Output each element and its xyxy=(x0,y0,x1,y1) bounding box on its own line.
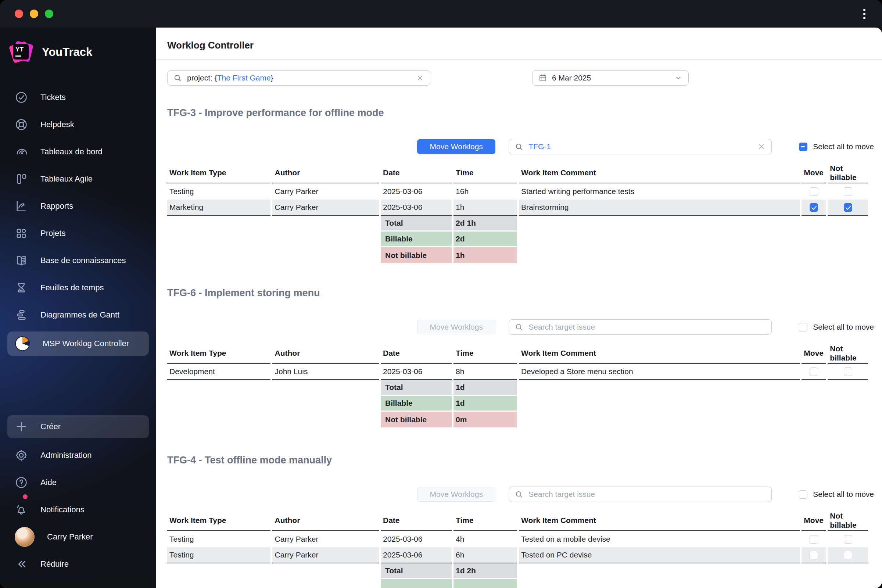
cell-author: Carry Parker xyxy=(272,183,379,200)
user-menu[interactable]: Carry Parker xyxy=(0,524,156,550)
cell-date: 2025-03-06 xyxy=(381,183,452,200)
target-issue-search-input[interactable]: Search target issue xyxy=(508,487,772,502)
not-billable-checkbox[interactable] xyxy=(844,188,852,196)
cell-type: Testing xyxy=(167,531,270,547)
sidebar-item-reports[interactable]: Rapports xyxy=(0,193,156,220)
window-titlebar xyxy=(0,0,882,28)
move-checkbox[interactable] xyxy=(810,551,818,560)
sidebar-item-msp-worklog-controller[interactable]: MSP Worklog Controller xyxy=(8,332,149,356)
section-controls: Move Worklogs TFG-1 Select all to move xyxy=(167,139,874,154)
not-billable-checkbox[interactable] xyxy=(844,535,852,543)
table-header-row: Work Item Type Author Date Time Work Ite… xyxy=(167,343,868,364)
zoom-window-button[interactable] xyxy=(45,9,53,18)
select-all-to-move[interactable]: Select all to move xyxy=(799,322,874,332)
total-value: 1d 2h xyxy=(453,563,517,579)
search-icon xyxy=(515,490,524,499)
worklog-table: Work Item Type Author Date Time Work Ite… xyxy=(165,510,870,588)
cell-type: Development xyxy=(167,364,270,380)
select-all-label: Select all to move xyxy=(813,322,874,332)
worklog-row: Testing Carry Parker 2025-03-06 16h Star… xyxy=(167,183,868,200)
col-date: Date xyxy=(381,163,452,183)
header-divider xyxy=(156,59,882,60)
sidebar-item-helpdesk[interactable]: Helpdesk xyxy=(0,111,156,138)
clear-search-icon[interactable] xyxy=(758,142,765,151)
clear-search-icon[interactable] xyxy=(416,74,424,82)
col-time: Time xyxy=(453,163,517,183)
not-billable-label: Not billable xyxy=(381,248,452,263)
cell-type: Marketing xyxy=(167,200,270,216)
close-window-button[interactable] xyxy=(15,9,23,18)
minimize-window-button[interactable] xyxy=(30,9,38,18)
sidebar-item-tickets[interactable]: Tickets xyxy=(0,84,156,111)
user-name: Carry Parker xyxy=(47,532,93,542)
sidebar-item-administration[interactable]: Administration xyxy=(0,442,156,469)
select-all-to-move[interactable]: Select all to move xyxy=(799,490,874,499)
sidebar-item-agile-boards[interactable]: Tableaux Agile xyxy=(0,165,156,193)
cell-date: 2025-03-06 xyxy=(381,200,452,216)
help-icon xyxy=(15,476,28,489)
billable-value: 2d xyxy=(453,231,517,248)
summary-not-billable-row: Not billable 0m xyxy=(167,412,868,428)
move-worklogs-button[interactable]: Move Worklogs xyxy=(417,320,495,334)
table-header-row: Work Item Type Author Date Time Work Ite… xyxy=(167,163,868,183)
sidebar-item-label: Tableaux de bord xyxy=(40,147,102,156)
move-checkbox[interactable] xyxy=(810,535,818,543)
select-all-checkbox[interactable] xyxy=(799,142,807,151)
project-search-input[interactable]: project: {The First Game} xyxy=(167,70,430,86)
create-button[interactable]: Créer xyxy=(8,415,149,438)
col-not-billable: Not billable xyxy=(828,163,868,183)
cell-date: 2025-03-06 xyxy=(381,531,452,547)
col-not-billable: Not billable xyxy=(828,510,868,531)
worklog-row: Development John Luis 2025-03-06 8h Deve… xyxy=(167,364,868,380)
not-billable-checkbox[interactable] xyxy=(844,203,852,212)
cell-time: 1h xyxy=(453,200,517,216)
select-all-checkbox[interactable] xyxy=(799,323,807,332)
col-date: Date xyxy=(381,343,452,364)
cell-time: 6h xyxy=(453,547,517,563)
date-picker[interactable]: 6 Mar 2025 xyxy=(532,70,689,86)
sidebar-item-notifications[interactable]: Notifications xyxy=(0,496,156,524)
col-move: Move xyxy=(801,343,826,364)
kebab-menu-icon[interactable] xyxy=(858,8,870,20)
move-checkbox[interactable] xyxy=(810,203,818,212)
dashboard-icon xyxy=(15,145,28,158)
chevron-down-icon xyxy=(674,74,682,82)
youtrack-logo-icon: YT xyxy=(10,41,32,63)
col-time: Time xyxy=(453,343,517,364)
sidebar-item-help[interactable]: Aide xyxy=(0,469,156,496)
sidebar-item-dashboards[interactable]: Tableaux de bord xyxy=(0,138,156,165)
not-billable-checkbox[interactable] xyxy=(844,368,852,376)
move-checkbox[interactable] xyxy=(810,368,818,376)
col-work-item-type: Work Item Type xyxy=(167,163,270,183)
col-author: Author xyxy=(272,510,379,531)
sidebar: YT YouTrack Tickets Helpdesk Tableaux de… xyxy=(0,0,156,588)
move-checkbox[interactable] xyxy=(810,188,818,196)
sidebar-item-projects[interactable]: Projets xyxy=(0,220,156,247)
cell-comment: Tested on a mobile devise xyxy=(519,531,800,547)
not-billable-checkbox[interactable] xyxy=(844,551,852,560)
lifebuoy-icon xyxy=(15,118,28,131)
sidebar-item-gantt-charts[interactable]: Diagrammes de Gantt xyxy=(0,302,156,328)
move-worklogs-button[interactable]: Move Worklogs xyxy=(417,139,495,154)
sidebar-item-timesheets[interactable]: Feuilles de temps xyxy=(0,274,156,302)
plus-icon xyxy=(15,420,28,433)
collapse-sidebar-button[interactable]: Réduire xyxy=(0,550,156,578)
billable-label: Billable xyxy=(381,231,452,248)
col-move: Move xyxy=(801,510,826,531)
bell-icon xyxy=(15,503,28,516)
col-author: Author xyxy=(272,343,379,364)
filter-row: project: {The First Game} 6 Mar 2025 xyxy=(167,70,874,86)
grid-icon xyxy=(15,227,28,240)
select-all-to-move[interactable]: Select all to move xyxy=(799,142,874,151)
move-worklogs-button[interactable]: Move Worklogs xyxy=(417,487,495,502)
select-all-checkbox[interactable] xyxy=(799,490,807,499)
cell-date: 2025-03-06 xyxy=(381,364,452,380)
app-window: YT YouTrack Tickets Helpdesk Tableaux de… xyxy=(0,0,882,588)
hourglass-icon xyxy=(15,281,28,294)
target-issue-search-input[interactable]: Search target issue xyxy=(508,320,772,335)
summary-total-row: Total 1d 2h xyxy=(167,563,868,579)
sidebar-item-knowledge-base[interactable]: Base de connaissances xyxy=(0,247,156,274)
sidebar-item-label: Helpdesk xyxy=(40,120,74,129)
target-issue-search-input[interactable]: TFG-1 xyxy=(508,139,772,154)
sidebar-item-label: Créer xyxy=(40,422,61,432)
